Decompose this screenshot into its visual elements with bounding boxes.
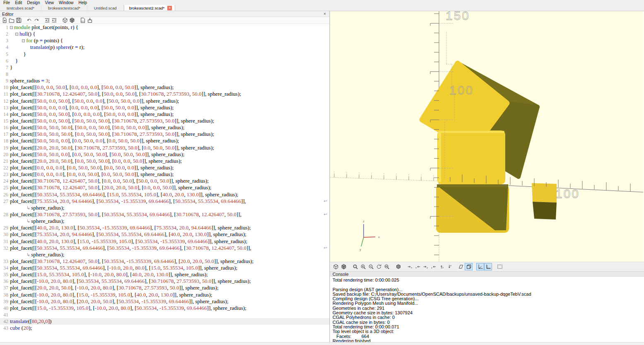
menu-item-window[interactable]: Window <box>56 0 76 5</box>
menu-item-design[interactable]: Design <box>24 0 42 5</box>
code-text: −for (p = points) { <box>10 37 329 44</box>
zoom-out-icon[interactable] <box>367 263 375 270</box>
console-title: Console <box>333 272 349 277</box>
view-bottom-icon[interactable]: z <box>445 263 453 270</box>
line-number: 24 <box>0 178 10 184</box>
code-text: plot_facet([[0.0, 0.0, 50.0], [0.0, 0.0,… <box>10 84 329 91</box>
line-number: 39 <box>0 298 10 305</box>
export-stl-icon[interactable]: STL <box>79 17 86 24</box>
code-line: ↳sphere_radius); <box>0 205 329 211</box>
code-line: 7} <box>0 64 329 71</box>
openscad-window: FileEditDesignViewWindowHelp testcubes.s… <box>0 0 644 345</box>
indent-icon[interactable] <box>51 17 58 24</box>
line-number: 10 <box>0 84 10 91</box>
print-3d-icon[interactable] <box>86 17 93 24</box>
open-file-icon[interactable] <box>8 17 15 24</box>
view-left-icon[interactable]: y <box>422 263 429 270</box>
code-text: ↳sphere_radius); <box>10 205 329 211</box>
console-output: Total rendering time: 0:00:00.025Parsing… <box>330 277 644 342</box>
code-line: 13plot_facet([[50.0, 0.0, 0.0], [0.0, 0.… <box>0 104 329 111</box>
line-number: 30 <box>0 231 10 238</box>
code-line: 28plot_facet([[30.710678, 27.573593, 50.… <box>0 211 329 218</box>
code-text <box>10 71 329 77</box>
view-front-icon[interactable]: y <box>429 263 437 270</box>
fold-marker[interactable]: − <box>22 39 25 42</box>
line-number: 35 <box>0 271 10 278</box>
console-line: Top level object is a 3D object: <box>333 329 644 334</box>
editor-pane: Editor × STL 1−module plot_facet(points,… <box>0 11 330 342</box>
render-icon[interactable] <box>68 17 75 24</box>
fold-marker[interactable]: − <box>15 33 18 36</box>
line-number: 17 <box>0 131 10 138</box>
tab-untitled-scad[interactable]: Untitled.scad <box>87 5 124 11</box>
code-text: cube (20); <box>10 325 329 331</box>
editor-close-icon[interactable]: × <box>322 12 327 16</box>
redo-icon[interactable] <box>33 17 40 24</box>
show-scale-markers-icon[interactable] <box>484 263 492 270</box>
line-number: 1 <box>0 24 10 31</box>
menu-bar: FileEditDesignViewWindowHelp <box>0 0 644 5</box>
viewport-toolbar: xxyyzz <box>330 262 644 271</box>
undo-icon[interactable] <box>26 17 33 24</box>
orthographic-view-icon[interactable] <box>465 263 473 270</box>
zoom-width-icon[interactable] <box>383 263 391 270</box>
code-line: 43cube (20); <box>0 325 329 331</box>
wrap-hook-icon: ↳ <box>27 205 30 211</box>
code-line: 5 } <box>0 51 329 58</box>
code-editor[interactable]: 1−module plot_facet(points, r) {2 −hull(… <box>0 24 329 342</box>
model-middle-box <box>437 130 505 184</box>
reset-view-icon[interactable] <box>375 263 383 270</box>
preview-icon[interactable] <box>61 17 68 24</box>
save-file-icon[interactable] <box>15 17 22 24</box>
code-text: plot_facet([[50.35534, 55.35534, 69.6446… <box>10 265 329 271</box>
code-line: 18plot_facet([[50.0, 50.0, 0.0], [0.0, 5… <box>0 138 329 144</box>
console-line: Rendering finished. <box>333 339 644 342</box>
line-number: 29 <box>0 224 10 231</box>
gizmo-x-label: x <box>378 235 380 239</box>
perspective-view-icon[interactable] <box>457 263 465 270</box>
code-text: plot_facet([[20.0, 20.0, 50.0], [-10.0, … <box>10 285 329 291</box>
line-number: 42 <box>0 318 10 325</box>
show-surfaces-icon[interactable] <box>394 263 402 270</box>
line-number: 9 <box>0 77 10 84</box>
code-text: plot_facet([[20.0, 20.0, 50.0], [0.0, 50… <box>10 158 329 164</box>
code-text: plot_facet([[50.0, 50.0, 50.0], [50.0, 0… <box>10 124 329 131</box>
unindent-icon[interactable] <box>43 17 51 24</box>
code-text: plot_facet([[30.710678, 12.426407, 50.0]… <box>10 184 329 191</box>
view-all-icon[interactable] <box>496 263 504 270</box>
zoom-in-icon[interactable] <box>359 263 367 270</box>
menu-item-edit[interactable]: Edit <box>12 0 24 5</box>
new-file-icon[interactable] <box>1 17 8 24</box>
line-number: 20 <box>0 151 10 158</box>
tab-brokeasctest2-scad-[interactable]: brokeasctest2.scad*× <box>124 5 176 11</box>
tab-label: Untitled.scad <box>94 6 117 10</box>
zoom-window-icon[interactable] <box>351 263 359 270</box>
tab-brokeasctestscad-[interactable]: brokeasctestscad* <box>41 5 87 11</box>
code-line: 6 } <box>0 58 329 64</box>
view-back-icon[interactable]: x <box>414 263 422 270</box>
preview-icon[interactable] <box>332 263 340 270</box>
line-number: 33 <box>0 258 10 265</box>
show-axes-icon[interactable] <box>476 263 484 270</box>
code-text: plot_facet([[0.0, 0.0, 0.0], [0.0, 0.0, … <box>10 171 329 178</box>
3d-viewport[interactable]: 150 100 100 z x y <box>330 11 643 262</box>
render-icon[interactable] <box>340 263 347 270</box>
line-number: 31 <box>0 238 10 245</box>
menu-item-view[interactable]: View <box>43 0 57 5</box>
tab-close-icon[interactable]: × <box>167 6 172 10</box>
menu-item-help[interactable]: Help <box>76 0 90 5</box>
code-line: 37plot_facet([[20.0, 20.0, 50.0], [-10.0… <box>0 285 329 291</box>
code-text: plot_facet([[75.35534, 20.0, 94.64466], … <box>10 198 329 205</box>
gizmo-y-label: y <box>359 248 361 251</box>
code-text: plot_facet([[40.0, 20.0, 130.0], [50.355… <box>10 224 329 231</box>
tab-testcubes-scad-[interactable]: testcubes.scad* <box>0 5 41 11</box>
fold-marker[interactable]: − <box>10 26 13 29</box>
code-text: plot_facet([[30.710678, 12.426407, 50.0]… <box>10 91 329 97</box>
view-right-icon[interactable]: x <box>406 263 414 270</box>
svg-text:z: z <box>442 266 444 269</box>
view-top-icon[interactable]: z <box>437 263 445 270</box>
code-line: 10plot_facet([[0.0, 0.0, 50.0], [0.0, 0.… <box>0 84 329 91</box>
code-line: 33plot_facet([[30.710678, 12.426407, 50.… <box>0 258 329 265</box>
line-number: 4 <box>0 44 10 51</box>
menu-item-file[interactable]: File <box>1 0 12 5</box>
